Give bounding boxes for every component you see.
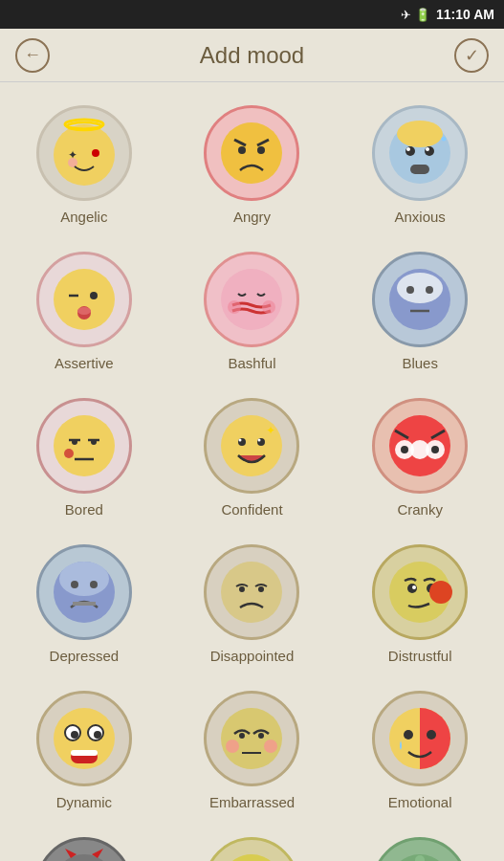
mood-label-cranky: Cranky: [397, 501, 443, 518]
mood-label-angry: Angry: [233, 209, 271, 225]
mood-label-distrustful: Distrustful: [388, 648, 452, 664]
svg-point-75: [264, 740, 277, 753]
mood-item-excited[interactable]: Excited: [168, 824, 337, 861]
svg-point-27: [397, 273, 443, 303]
status-icons: ✈ 🔋: [401, 8, 430, 22]
svg-point-51: [59, 562, 109, 596]
svg-point-48: [401, 446, 408, 453]
back-icon: ←: [24, 45, 41, 65]
svg-point-72: [239, 733, 245, 739]
svg-point-67: [71, 731, 78, 739]
svg-point-56: [239, 586, 245, 592]
svg-point-20: [90, 292, 98, 299]
mood-face-distrustful: [372, 544, 468, 640]
mood-item-angelic[interactable]: ✦ Angelic: [0, 92, 168, 238]
mood-face-evil: [36, 837, 132, 861]
mood-item-depressed[interactable]: Depressed: [0, 531, 168, 677]
svg-point-53: [90, 581, 98, 588]
svg-point-4: [92, 149, 99, 157]
svg-point-63: [429, 581, 452, 604]
mood-label-dynamic: Dynamic: [56, 794, 112, 810]
mood-face-cranky: [372, 398, 468, 494]
mood-face-angelic: ✦: [36, 105, 132, 201]
svg-point-40: [258, 439, 261, 442]
battery-icon: 🔋: [415, 8, 430, 22]
mood-item-exhausted[interactable]: Exhausted: [336, 824, 504, 861]
svg-point-49: [431, 446, 439, 453]
svg-point-80: [54, 854, 115, 861]
mood-label-depressed: Depressed: [50, 648, 120, 664]
svg-point-74: [226, 740, 239, 753]
mood-face-blues: [372, 252, 468, 347]
svg-point-18: [54, 269, 115, 330]
svg-point-15: [406, 147, 410, 151]
svg-point-87: [221, 854, 282, 861]
svg-point-6: [221, 122, 282, 184]
mood-label-blues: Blues: [402, 355, 438, 371]
status-time: 11:10 AM: [436, 7, 494, 22]
svg-point-33: [91, 439, 97, 445]
mood-grid: ✦ Angelic Angry: [0, 82, 504, 861]
confirm-button[interactable]: ✓: [454, 38, 489, 73]
check-icon: ✓: [465, 45, 479, 66]
page-title: Add mood: [200, 42, 304, 69]
svg-point-68: [94, 731, 101, 739]
mood-item-disappointed[interactable]: Disappointed: [168, 531, 337, 677]
mood-face-assertive: [36, 252, 132, 347]
svg-point-10: [257, 146, 265, 154]
mood-item-cranky[interactable]: Cranky: [336, 385, 504, 531]
mood-face-dynamic: [36, 691, 132, 786]
mood-face-confident: ✦: [204, 398, 299, 494]
svg-point-45: [410, 440, 429, 459]
mood-item-bashful[interactable]: Bashful: [168, 238, 337, 385]
svg-point-24: [228, 300, 241, 314]
svg-point-39: [239, 439, 242, 442]
svg-point-32: [72, 439, 77, 445]
mood-item-dynamic[interactable]: Dynamic: [0, 677, 168, 824]
header: ← Add mood ✓: [0, 29, 504, 82]
svg-point-22: [77, 307, 91, 315]
mood-label-confident: Confident: [221, 501, 282, 518]
mood-face-disappointed: [204, 544, 299, 640]
back-button[interactable]: ←: [15, 38, 50, 73]
mood-label-bashful: Bashful: [228, 355, 275, 371]
svg-point-73: [258, 733, 264, 739]
svg-point-5: [68, 158, 77, 167]
svg-point-9: [238, 146, 246, 154]
mood-item-bored[interactable]: Bored: [0, 385, 168, 531]
svg-point-61: [412, 585, 416, 589]
mood-item-blues[interactable]: Blues: [336, 238, 504, 385]
status-bar: ✈ 🔋 11:10 AM: [0, 0, 504, 29]
svg-point-25: [262, 300, 275, 314]
svg-point-13: [405, 146, 415, 156]
mood-item-anxious[interactable]: Anxious: [336, 92, 504, 238]
mood-item-embarrassed[interactable]: Embarrassed: [168, 677, 337, 824]
mood-face-excited: [204, 837, 299, 861]
mood-item-assertive[interactable]: Assertive: [0, 238, 168, 385]
mood-item-distrustful[interactable]: Distrustful: [336, 531, 504, 677]
mood-item-angry[interactable]: Angry: [168, 92, 337, 238]
svg-point-23: [221, 269, 282, 330]
mood-face-bored: [36, 398, 132, 494]
mood-face-emotional: [372, 691, 468, 786]
mood-face-depressed: [36, 544, 132, 640]
svg-point-35: [64, 449, 74, 458]
mood-item-confident[interactable]: ✦ Confident: [168, 385, 337, 531]
svg-point-52: [71, 581, 78, 588]
svg-point-71: [221, 708, 282, 769]
mood-face-anxious: [372, 105, 468, 201]
mood-item-evil[interactable]: Evil: [0, 824, 168, 861]
mood-face-bashful: [204, 252, 299, 347]
svg-point-55: [221, 562, 282, 623]
svg-point-78: [427, 730, 436, 740]
svg-point-57: [258, 586, 264, 592]
svg-point-28: [406, 286, 414, 294]
mood-label-assertive: Assertive: [55, 355, 114, 371]
mood-face-angry: [204, 105, 299, 201]
mood-label-emotional: Emotional: [388, 794, 452, 810]
mood-face-embarrassed: [204, 691, 299, 786]
mood-item-emotional[interactable]: Emotional: [336, 677, 504, 824]
mood-label-bored: Bored: [65, 501, 103, 518]
svg-rect-70: [71, 750, 98, 756]
mood-label-disappointed: Disappointed: [210, 648, 295, 664]
